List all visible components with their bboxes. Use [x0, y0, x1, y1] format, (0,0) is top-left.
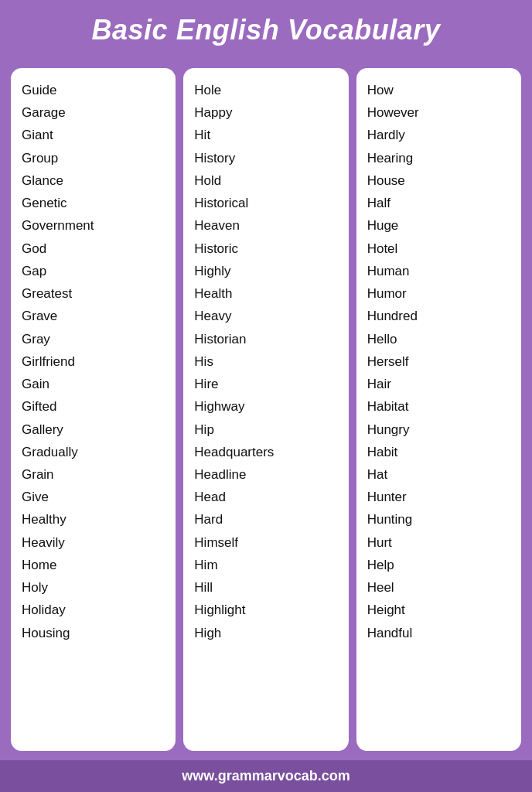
word-item: How: [367, 79, 510, 101]
word-item: Historian: [194, 328, 337, 350]
word-item: Hurt: [367, 531, 510, 554]
word-item: Healthy: [22, 508, 165, 531]
word-item: Gap: [22, 260, 165, 282]
word-item: Hire: [194, 373, 337, 395]
word-item: Heel: [367, 576, 510, 599]
word-item: Hair: [367, 373, 510, 395]
word-item: Hearing: [367, 147, 510, 169]
word-item: Housing: [22, 622, 165, 644]
word-item: Gallery: [22, 418, 165, 441]
word-item: Hello: [367, 328, 510, 350]
word-item: Happy: [194, 101, 337, 124]
word-item: Holiday: [22, 599, 165, 621]
word-item: Half: [367, 192, 510, 214]
footer-url: www.grammarvocab.com: [182, 768, 350, 783]
word-item: High: [194, 622, 337, 644]
word-item: Glance: [22, 169, 165, 192]
word-item: However: [367, 101, 510, 124]
word-item: Government: [22, 214, 165, 237]
word-item: Home: [22, 554, 165, 576]
word-item: Huge: [367, 214, 510, 237]
word-item: House: [367, 169, 510, 192]
word-item: Hotel: [367, 237, 510, 260]
page-footer: www.grammarvocab.com: [0, 760, 532, 792]
word-item: Hard: [194, 508, 337, 531]
word-item: Greatest: [22, 282, 165, 305]
word-item: Hole: [194, 79, 337, 101]
word-item: Hunting: [367, 508, 510, 531]
word-item: His: [194, 350, 337, 373]
word-item: Gain: [22, 373, 165, 395]
word-item: Habit: [367, 441, 510, 463]
word-item: Head: [194, 486, 337, 508]
word-item: Gray: [22, 328, 165, 350]
word-item: Hundred: [367, 305, 510, 327]
word-item: Highlight: [194, 599, 337, 621]
vocabulary-column-2: HoleHappyHitHistoryHoldHistoricalHeavenH…: [183, 68, 348, 751]
word-item: Headquarters: [194, 441, 337, 463]
word-item: Heaven: [194, 214, 337, 237]
word-item: Human: [367, 260, 510, 282]
word-item: Group: [22, 147, 165, 169]
vocabulary-columns: GuideGarageGiantGroupGlanceGeneticGovern…: [0, 59, 532, 760]
page-header: Basic English Vocabulary: [0, 0, 532, 59]
word-item: Height: [367, 599, 510, 621]
word-item: Genetic: [22, 192, 165, 214]
word-item: Grain: [22, 463, 165, 486]
word-item: Historic: [194, 237, 337, 260]
word-item: Girlfriend: [22, 350, 165, 373]
word-item: God: [22, 237, 165, 260]
vocabulary-column-1: GuideGarageGiantGroupGlanceGeneticGovern…: [11, 68, 176, 751]
word-item: Guide: [22, 79, 165, 101]
page-title: Basic English Vocabulary: [15, 14, 517, 46]
word-item: Heavily: [22, 531, 165, 554]
word-item: Herself: [367, 350, 510, 373]
word-item: Hill: [194, 576, 337, 599]
word-item: Hunter: [367, 486, 510, 508]
word-item: Habitat: [367, 395, 510, 418]
word-item: Himself: [194, 531, 337, 554]
word-item: Him: [194, 554, 337, 576]
word-item: Highly: [194, 260, 337, 282]
word-item: Give: [22, 486, 165, 508]
word-item: Hungry: [367, 418, 510, 441]
word-item: Hit: [194, 124, 337, 146]
word-item: Headline: [194, 463, 337, 486]
word-item: Hat: [367, 463, 510, 486]
word-item: Hip: [194, 418, 337, 441]
word-item: Gifted: [22, 395, 165, 418]
word-item: Hardly: [367, 124, 510, 146]
word-item: Health: [194, 282, 337, 305]
word-item: Humor: [367, 282, 510, 305]
word-item: Giant: [22, 124, 165, 146]
word-item: Help: [367, 554, 510, 576]
word-item: Hold: [194, 169, 337, 192]
word-item: Gradually: [22, 441, 165, 463]
word-item: Grave: [22, 305, 165, 327]
word-item: Holy: [22, 576, 165, 599]
word-item: Historical: [194, 192, 337, 214]
vocabulary-column-3: HowHoweverHardlyHearingHouseHalfHugeHote…: [356, 68, 521, 751]
word-item: Highway: [194, 395, 337, 418]
word-item: Handful: [367, 622, 510, 644]
word-item: Heavy: [194, 305, 337, 327]
word-item: Garage: [22, 101, 165, 124]
word-item: History: [194, 147, 337, 169]
